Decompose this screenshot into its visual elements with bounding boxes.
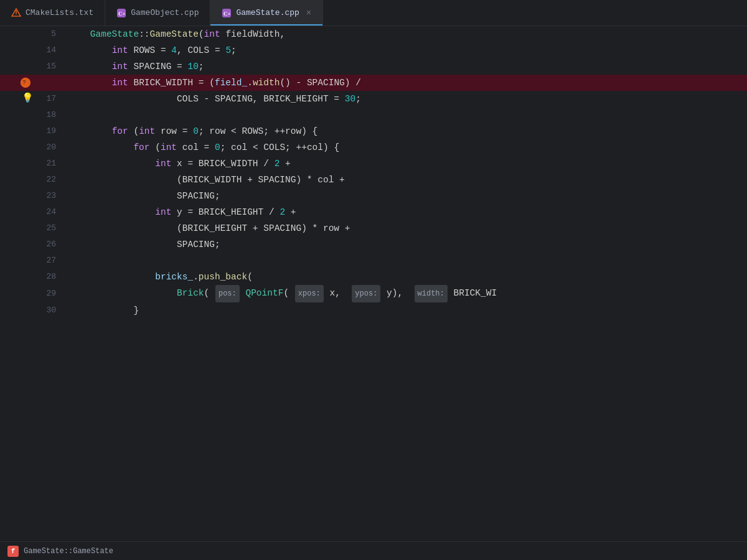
gutter-26: 26 (0, 236, 62, 253)
gamestate-cpp-icon: C+ (222, 8, 232, 18)
status-context: GameState::GameState (24, 547, 113, 556)
gutter-icon-25 (21, 220, 34, 236)
line-content-29[interactable]: Brick( pos: QPointF( xpos: x, ypos: y), … (62, 285, 747, 302)
code-line-26: 26 SPACING; (0, 236, 747, 253)
cmake-icon (11, 8, 21, 18)
code-line-28: 28 bricks_.push_back( (0, 269, 747, 285)
gutter-18: 18 (0, 107, 62, 123)
gutter-icon-27 (21, 253, 34, 269)
gameobject-cpp-icon: C+ (116, 8, 126, 18)
gutter-icon-28 (21, 269, 34, 285)
line-content-26[interactable]: SPACING; (62, 236, 747, 253)
code-line-22: 22 (BRICK_WIDTH + SPACING) * col + (0, 172, 747, 188)
gutter-icon-15 (21, 58, 34, 75)
gutter-15: 15 (0, 58, 62, 75)
tab-cmake[interactable]: CMakeLists.txt (0, 0, 105, 26)
line-content-21[interactable]: int x = BRICK_WIDTH / 2 + (62, 156, 747, 172)
tab-gamestate-close[interactable]: × (306, 8, 311, 18)
line-content-24[interactable]: int y = BRICK_HEIGHT / 2 + (62, 204, 747, 220)
status-filetype-icon: f (7, 546, 19, 557)
tab-bar: CMakeLists.txt C+ GameObject.cpp C+ Game… (0, 0, 747, 26)
line-content-25[interactable]: (BRICK_HEIGHT + SPACING) * row + (62, 220, 747, 236)
line-content-30[interactable]: } (62, 302, 747, 319)
code-line-14: 14 int ROWS = 4, COLS = 5; (0, 42, 747, 58)
line-content-17[interactable]: COLS - SPACING, BRICK_HEIGHT = 30; (62, 91, 747, 107)
line-number-22: 22 (39, 172, 56, 188)
gutter-19: 19 (0, 123, 62, 139)
line-number-24: 24 (39, 204, 56, 220)
line-content-16[interactable]: int BRICK_WIDTH = (field_.width() - SPAC… (62, 75, 747, 91)
status-bar: f GameState::GameState (0, 541, 747, 560)
gutter-icon-30 (21, 302, 34, 319)
line-content-5[interactable]: GameState::GameState(int fieldWidth, (62, 26, 747, 42)
gutter-30: 30 (0, 302, 62, 319)
gutter-icon-18 (21, 107, 34, 123)
tab-gamestate[interactable]: C+ GameState.cpp × (210, 0, 323, 26)
gutter-icon-20 (21, 139, 34, 156)
gutter-icon-5 (21, 26, 34, 42)
code-line-15: 15 int SPACING = 10; (0, 58, 747, 75)
line-number-14: 14 (39, 42, 56, 58)
line-number-18: 18 (39, 107, 56, 123)
tab-cmake-label: CMakeLists.txt (26, 8, 93, 17)
line-content-14[interactable]: int ROWS = 4, COLS = 5; (62, 42, 747, 58)
line-number-27: 27 (39, 253, 56, 269)
gutter-23: 23 (0, 188, 62, 204)
gutter-29: 29 (0, 285, 62, 302)
code-line-21: 21 int x = BRICK_WIDTH / 2 + (0, 156, 747, 172)
code-line-20: 20 for (int col = 0; col < COLS; ++col) … (0, 139, 747, 156)
gutter-17: 💡 17 (0, 91, 62, 107)
line-number-21: 21 (39, 156, 56, 172)
gutter-icon-bulb-17[interactable]: 💡 (21, 91, 34, 107)
tab-gameobject-label: GameObject.cpp (131, 8, 199, 17)
gutter-25: 25 (0, 220, 62, 236)
gutter-icon-22 (21, 172, 34, 188)
tab-gamestate-label: GameState.cpp (236, 8, 299, 17)
code-line-19: 19 for (int row = 0; row < ROWS; ++row) … (0, 123, 747, 139)
code-line-30: 30 } (0, 302, 747, 319)
line-number-23: 23 (39, 188, 56, 204)
code-line-18: 18 (0, 107, 747, 123)
line-number-20: 20 (39, 139, 56, 156)
line-content-23[interactable]: SPACING; (62, 188, 747, 204)
line-number-28: 28 (39, 269, 56, 285)
line-number-15: 15 (39, 58, 56, 75)
code-line-25: 25 (BRICK_HEIGHT + SPACING) * row + (0, 220, 747, 236)
code-line-16: ⬤? int BRICK_WIDTH = (field_.width() - S… (0, 75, 747, 91)
code-line-5: 5 GameState::GameState(int fieldWidth, (0, 26, 747, 42)
svg-text:C+: C+ (223, 11, 231, 17)
line-content-22[interactable]: (BRICK_WIDTH + SPACING) * col + (62, 172, 747, 188)
code-line-23: 23 SPACING; (0, 188, 747, 204)
line-number-30: 30 (39, 302, 56, 319)
gutter-icon-29 (21, 286, 34, 302)
gutter-icon-26 (21, 236, 34, 253)
gutter-icon-14 (21, 42, 34, 58)
gutter-28: 28 (0, 269, 62, 285)
gutter-20: 20 (0, 139, 62, 156)
line-content-19[interactable]: for (int row = 0; row < ROWS; ++row) { (62, 123, 747, 139)
line-number-5: 5 (39, 26, 56, 42)
gutter-icon-debug-16: ⬤? (21, 75, 34, 91)
line-content-15[interactable]: int SPACING = 10; (62, 58, 747, 75)
gutter-icon-24 (21, 204, 34, 220)
line-content-18[interactable] (62, 107, 747, 123)
code-editor: 5 GameState::GameState(int fieldWidth, 1… (0, 26, 747, 541)
line-content-28[interactable]: bricks_.push_back( (62, 269, 747, 285)
tab-gameobject[interactable]: C+ GameObject.cpp (105, 0, 210, 26)
gutter-icon-23 (21, 188, 34, 204)
line-number-26: 26 (39, 236, 56, 253)
line-number-29: 29 (39, 286, 56, 302)
gutter-16: ⬤? (0, 75, 62, 91)
gutter-21: 21 (0, 156, 62, 172)
svg-text:C+: C+ (118, 11, 126, 17)
line-content-20[interactable]: for (int col = 0; col < COLS; ++col) { (62, 139, 747, 156)
line-content-27[interactable] (62, 253, 747, 269)
gutter-22: 22 (0, 172, 62, 188)
gutter-24: 24 (0, 204, 62, 220)
code-line-27: 27 (0, 253, 747, 269)
code-line-29: 29 Brick( pos: QPointF( xpos: x, ypos: y… (0, 285, 747, 302)
gutter-icon-21 (21, 156, 34, 172)
gutter-14: 14 (0, 42, 62, 58)
gutter-5: 5 (0, 26, 62, 42)
line-number-17: 17 (39, 91, 56, 107)
